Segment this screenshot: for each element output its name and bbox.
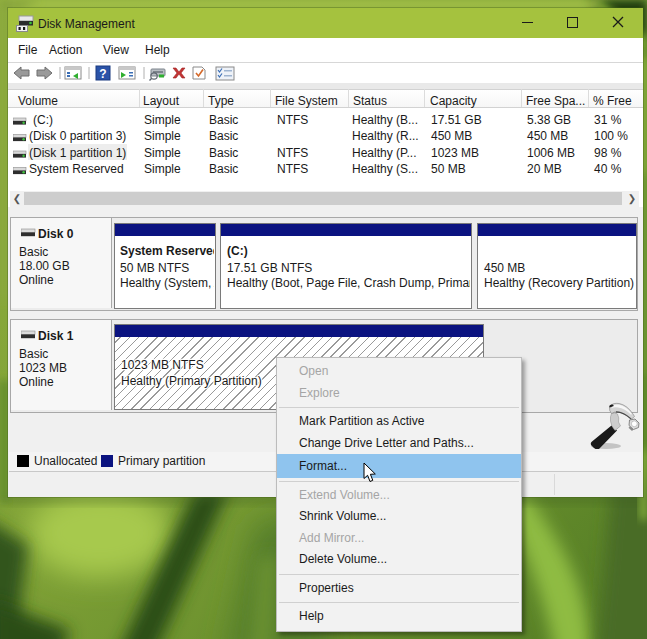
svg-text:?: ? (99, 67, 106, 81)
